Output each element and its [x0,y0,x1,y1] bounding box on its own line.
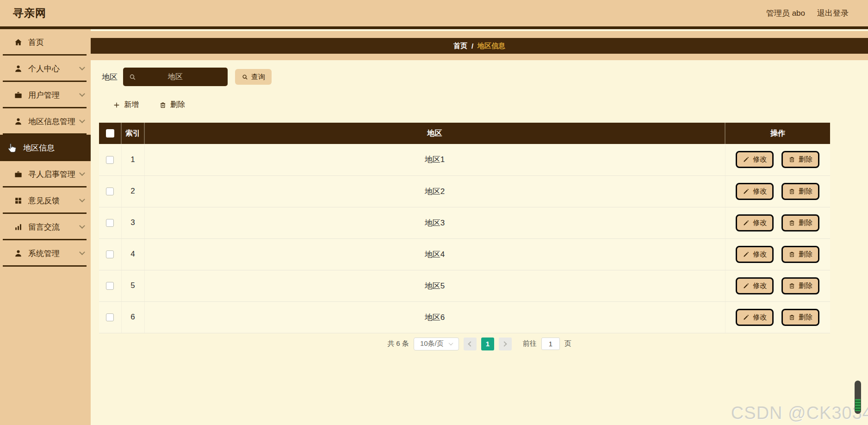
content-area: 首页 / 地区信息 地区 地区 查询 [91,29,868,425]
sidebar-item-label: 用户管理 [28,90,60,100]
row-checkbox[interactable] [106,188,114,195]
row-delete-button[interactable]: 删除 [781,214,819,231]
row-checkbox[interactable] [106,219,114,227]
sidebar-item-feedback[interactable]: 意见反馈 [0,188,91,214]
row-delete-button[interactable]: 删除 [781,277,819,294]
topbar-right: 管理员 abo 退出登录 [766,8,868,19]
page-size-select[interactable]: 10条/页 [414,338,459,350]
sidebar: 首页 个人中心 用户管理 地区信息管理 [0,29,91,425]
scrollbar-thumb[interactable] [855,381,861,414]
trash-icon [159,101,167,109]
row-actions-cell: 修改 删除 [725,238,830,270]
table-row: 2 地区2 修改 删除 [99,175,830,207]
search-icon [129,73,136,81]
sidebar-item-label: 个人中心 [28,63,60,74]
prev-page-button[interactable] [464,338,477,350]
row-delete-button[interactable]: 删除 [781,183,819,200]
chevron-down-icon [79,64,85,70]
add-button[interactable]: 新增 [113,100,139,110]
user-icon [14,117,23,126]
breadcrumb-bottom-strip [91,54,868,60]
search-row: 地区 地区 查询 [102,68,868,86]
sidebar-item-label: 地区信息管理 [28,116,75,127]
current-page-button[interactable]: 1 [481,338,494,350]
row-region-cell: 地区5 [144,270,725,301]
breadcrumb-home-link[interactable]: 首页 [453,42,467,50]
main-panel: 地区 地区 查询 新增 [91,60,868,425]
row-delete-button[interactable]: 删除 [781,246,819,263]
delete-button[interactable]: 删除 [159,100,185,110]
row-region-cell: 地区2 [144,175,725,207]
app-logo: 寻亲网 [13,6,46,20]
user-icon [14,64,23,73]
table-header-row: 索引 地区 操作 [99,123,830,144]
table-row: 4 地区4 修改 删除 [99,238,830,270]
region-table: 索引 地区 操作 1 地区1 [99,123,830,333]
app-window: 寻亲网 管理员 abo 退出登录 首页 个人中心 [0,0,868,425]
breadcrumb-current: 地区信息 [477,42,505,50]
logout-link[interactable]: 退出登录 [817,8,849,19]
chevron-right-icon [502,341,507,346]
edit-button[interactable]: 修改 [736,214,774,231]
pencil-icon [743,314,750,321]
query-button[interactable]: 查询 [235,69,272,85]
breadcrumb-separator: / [471,42,473,50]
sidebar-item-missing-person-management[interactable]: 寻人启事管理 [0,161,91,188]
row-delete-button[interactable]: 删除 [781,309,819,326]
chevron-left-icon [468,341,473,346]
edit-button[interactable]: 修改 [736,246,774,263]
search-field-label: 地区 [102,72,118,82]
sidebar-item-system-management[interactable]: 系统管理 [0,240,91,267]
chevron-down-icon [448,341,453,345]
edit-button[interactable]: 修改 [736,151,774,168]
edit-button[interactable]: 修改 [736,309,774,326]
row-index-cell: 3 [121,207,144,238]
column-header-index: 索引 [121,123,144,144]
row-index-cell: 2 [121,175,144,207]
row-index-cell: 4 [121,238,144,270]
next-page-button[interactable] [499,338,512,350]
edit-button[interactable]: 修改 [736,277,774,294]
row-checkbox[interactable] [106,156,114,164]
sidebar-item-personal-center[interactable]: 个人中心 [0,56,91,82]
trash-icon [788,282,795,289]
sidebar-item-region-info[interactable]: 地区信息 [0,135,91,161]
row-actions-cell: 修改 删除 [725,144,830,175]
row-region-cell: 地区1 [144,144,725,175]
table-row: 1 地区1 修改 删除 [99,144,830,175]
trash-icon [788,188,795,195]
row-region-cell: 地区4 [144,238,725,270]
sidebar-item-home[interactable]: 首页 [0,29,91,56]
search-input[interactable]: 地区 [123,68,228,86]
chevron-down-icon [79,249,85,255]
chevron-down-icon [79,170,85,176]
bag-icon [14,170,23,179]
total-count-label: 共 6 条 [387,339,409,348]
grid-icon [14,196,23,205]
pencil-icon [743,156,750,163]
sidebar-item-label: 意见反馈 [28,195,60,206]
row-delete-button[interactable]: 删除 [781,151,819,168]
row-checkbox[interactable] [106,313,114,321]
search-icon [242,74,248,81]
edit-button[interactable]: 修改 [736,183,774,200]
sidebar-item-user-management[interactable]: 用户管理 [0,82,91,108]
row-region-cell: 地区3 [144,207,725,238]
table-row: 3 地区3 修改 删除 [99,207,830,238]
sidebar-item-label: 系统管理 [28,248,60,259]
column-header-actions: 操作 [725,123,830,144]
column-header-region: 地区 [144,123,725,144]
table-row: 5 地区5 修改 删除 [99,270,830,301]
sidebar-item-region-info-management[interactable]: 地区信息管理 [0,108,91,135]
select-all-checkbox[interactable] [106,129,114,138]
sidebar-item-message-board[interactable]: 留言交流 [0,214,91,240]
search-placeholder: 地区 [168,72,183,82]
pagination: 共 6 条 10条/页 1 前往 页 [91,338,868,350]
content-tan-strip [91,31,868,38]
row-actions-cell: 修改 删除 [725,270,830,301]
row-checkbox[interactable] [106,250,114,258]
trash-icon [788,156,795,163]
chevron-down-icon [79,223,85,229]
row-checkbox[interactable] [106,282,114,290]
goto-page-input[interactable] [541,338,560,350]
